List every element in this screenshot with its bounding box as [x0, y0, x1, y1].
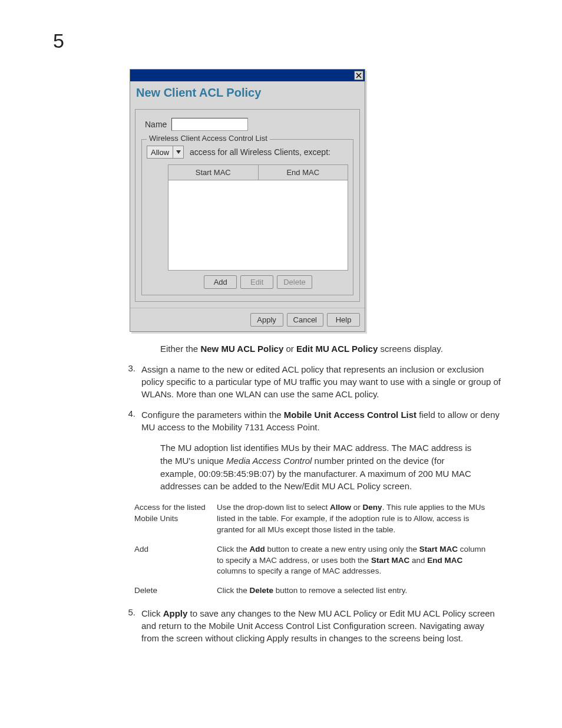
access-select-value: Allow [147, 146, 173, 158]
step-body: Assign a name to the new or edited ACL p… [141, 363, 515, 400]
acl-policy-dialog: New Client ACL Policy Name Wireless Clie… [130, 69, 365, 332]
mac-table[interactable]: Start MAC End MAC [168, 164, 348, 271]
mac-note: The MU adoption list identifies MUs by t… [160, 442, 515, 493]
step-num: 3. [123, 363, 141, 400]
access-select[interactable]: Allow [147, 146, 184, 159]
help-button[interactable]: Help [327, 313, 360, 327]
apply-button[interactable]: Apply [250, 313, 283, 327]
chapter-number: 5 [53, 29, 515, 52]
column-start-mac[interactable]: Start MAC [168, 165, 259, 180]
acl-fieldset: Wireless Client Access Control List Allo… [141, 139, 353, 295]
def-row-add: Add Click the Add button to create a new… [134, 544, 491, 578]
add-button[interactable]: Add [204, 275, 237, 289]
caption-text: Either the New MU ACL Policy or Edit MU … [160, 344, 515, 354]
dialog-heading: New Client ACL Policy [130, 81, 365, 109]
def-term: Access for the listed Mobile Units [134, 502, 217, 536]
dialog-titlebar [130, 70, 365, 81]
def-term: Add [134, 544, 217, 578]
chevron-down-icon [173, 146, 183, 158]
step-5: 5. Click Apply to save any changes to th… [53, 607, 515, 644]
def-desc: Click the Delete button to remove a sele… [217, 585, 491, 597]
def-row-delete: Delete Click the Delete button to remove… [134, 585, 491, 597]
close-icon[interactable] [354, 71, 363, 80]
step-num: 5. [123, 607, 141, 644]
step-3: 3. Assign a name to the new or edited AC… [53, 363, 515, 400]
step-body: Configure the parameters within the Mobi… [141, 409, 515, 433]
def-row-access: Access for the listed Mobile Units Use t… [134, 502, 491, 536]
def-term: Delete [134, 585, 217, 597]
delete-button[interactable]: Delete [277, 275, 312, 289]
column-end-mac[interactable]: End MAC [259, 165, 348, 180]
name-label: Name [145, 120, 167, 129]
access-text: access for all Wireless Clients, except: [190, 147, 330, 157]
def-desc: Click the Add button to create a new ent… [217, 544, 491, 578]
definition-table: Access for the listed Mobile Units Use t… [134, 502, 515, 597]
edit-button[interactable]: Edit [240, 275, 273, 289]
name-input[interactable] [171, 118, 248, 131]
def-desc: Use the drop-down list to select Allow o… [217, 502, 491, 536]
fieldset-legend: Wireless Client Access Control List [147, 134, 270, 143]
step-num: 4. [123, 409, 141, 433]
step-4: 4. Configure the parameters within the M… [53, 409, 515, 433]
cancel-button[interactable]: Cancel [287, 313, 323, 327]
step-body: Click Apply to save any changes to the N… [141, 607, 515, 644]
